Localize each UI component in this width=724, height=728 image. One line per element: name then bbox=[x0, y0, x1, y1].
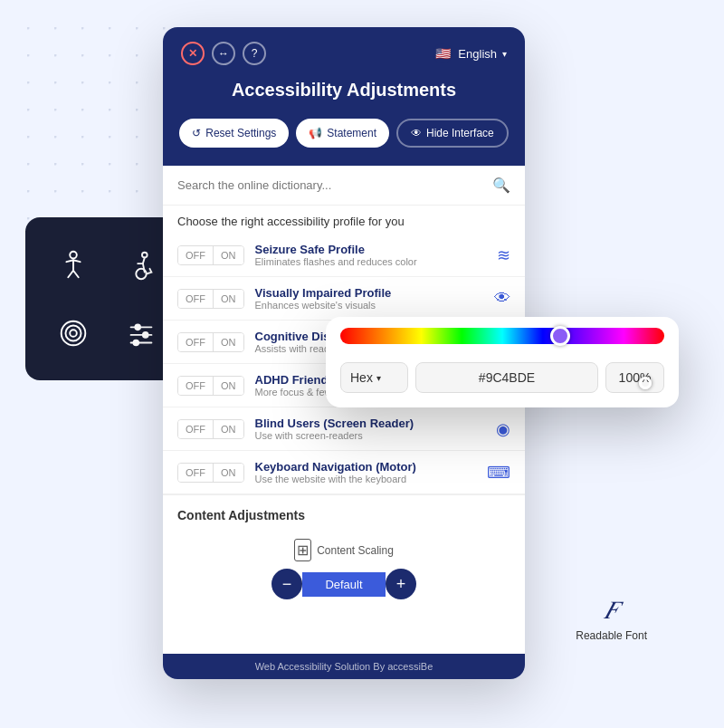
close-button[interactable]: ✕ bbox=[181, 42, 205, 65]
vi-profile-desc: Enhances website's visuals bbox=[255, 300, 484, 311]
profiles-section-title: Choose the right accessibility profile f… bbox=[163, 206, 525, 234]
adhd-toggle-off[interactable]: OFF bbox=[178, 377, 214, 395]
readable-font-icon: 𝐹 bbox=[604, 596, 619, 626]
seizure-profile-icon: ≋ bbox=[497, 245, 510, 265]
svg-point-13 bbox=[133, 340, 138, 345]
blind-profile-icon: ◉ bbox=[496, 419, 510, 439]
adhd-toggle-on[interactable]: ON bbox=[214, 377, 243, 395]
blind-profile-desc: Use with screen-readers bbox=[255, 430, 486, 441]
accessibility-icon[interactable] bbox=[43, 235, 102, 294]
kb-profile-name: Keyboard Navigation (Motor) bbox=[255, 460, 477, 474]
blind-profile-name: Blind Users (Screen Reader) bbox=[255, 417, 486, 430]
vi-profile-icon: 👁 bbox=[494, 289, 510, 308]
seizure-toggle-on[interactable]: ON bbox=[214, 246, 243, 264]
hue-slider-row bbox=[326, 317, 679, 355]
svg-point-2 bbox=[70, 251, 77, 258]
profile-row-visually-impaired: OFF ON Visually Impaired Profile Enhance… bbox=[163, 277, 525, 321]
panel-title: Accessibility Adjustments bbox=[163, 80, 525, 101]
panel-title-bar: Accessibility Adjustments bbox=[163, 80, 525, 119]
seizure-toggle-off[interactable]: OFF bbox=[178, 246, 214, 264]
seizure-profile-desc: Eliminates flashes and reduces color bbox=[255, 256, 487, 267]
readable-font-label: Readable Font bbox=[576, 629, 647, 642]
color-picker-handle[interactable] bbox=[639, 377, 652, 389]
seizure-toggle[interactable]: OFF ON bbox=[177, 245, 244, 265]
language-selector[interactable]: 🇺🇸 English ▾ bbox=[433, 43, 507, 63]
svg-point-11 bbox=[142, 332, 148, 338]
blind-toggle-off[interactable]: OFF bbox=[178, 420, 214, 438]
svg-point-9 bbox=[135, 324, 140, 330]
hue-handle[interactable] bbox=[550, 326, 570, 346]
reset-settings-button[interactable]: ↺ Reset Settings bbox=[179, 119, 289, 148]
sliders-icon[interactable] bbox=[111, 303, 170, 362]
language-arrow: ▾ bbox=[502, 49, 507, 59]
content-scaling-row: ⊞ Content Scaling − Default + bbox=[163, 530, 525, 608]
cog-toggle-on[interactable]: ON bbox=[214, 333, 243, 351]
profile-row-seizure: OFF ON Seizure Safe Profile Eliminates f… bbox=[163, 234, 525, 277]
seizure-profile-name: Seizure Safe Profile bbox=[255, 243, 487, 256]
color-mode-select[interactable]: Hex ▾ bbox=[340, 362, 408, 393]
kb-toggle-on[interactable]: ON bbox=[214, 464, 243, 482]
color-inputs-row: Hex ▾ 100% bbox=[326, 355, 679, 407]
hide-interface-button[interactable]: 👁 Hide Interface bbox=[396, 119, 509, 148]
profile-row-blind: OFF ON Blind Users (Screen Reader) Use w… bbox=[163, 407, 525, 451]
search-input[interactable] bbox=[177, 178, 485, 192]
blind-toggle[interactable]: OFF ON bbox=[177, 419, 244, 439]
kb-profile-desc: Use the website with the keyboard bbox=[255, 474, 477, 484]
scaling-icon: ⊞ bbox=[294, 539, 311, 561]
scaling-controls: − Default + bbox=[272, 569, 416, 599]
color-hex-input[interactable] bbox=[415, 362, 598, 393]
color-mode-label: Hex bbox=[350, 370, 373, 385]
visually-impaired-toggle[interactable]: OFF ON bbox=[177, 289, 244, 309]
footer-text: Web Accessibility Solution By accessiBe bbox=[255, 661, 433, 672]
statement-icon: 📢 bbox=[309, 127, 322, 139]
color-mode-arrow: ▾ bbox=[376, 373, 381, 383]
svg-point-4 bbox=[136, 268, 146, 278]
search-bar: 🔍 bbox=[163, 166, 525, 206]
vi-toggle-off[interactable]: OFF bbox=[178, 290, 214, 308]
header-icon-group: ✕ ↔ ? bbox=[181, 42, 266, 65]
scale-decrease-button[interactable]: − bbox=[272, 569, 302, 599]
help-button[interactable]: ? bbox=[243, 42, 266, 65]
svg-point-7 bbox=[70, 330, 77, 337]
hue-slider[interactable] bbox=[340, 328, 664, 344]
scaling-label: ⊞ Content Scaling bbox=[294, 539, 394, 561]
reset-icon: ↺ bbox=[192, 127, 201, 139]
vi-toggle-on[interactable]: ON bbox=[214, 290, 243, 308]
action-buttons-row: ↺ Reset Settings 📢 Statement 👁 Hide Inte… bbox=[163, 119, 525, 166]
readable-font-area: 𝐹 Readable Font bbox=[576, 596, 647, 642]
keyboard-toggle[interactable]: OFF ON bbox=[177, 463, 244, 483]
swap-button[interactable]: ↔ bbox=[212, 42, 235, 65]
color-opacity-display: 100% bbox=[605, 362, 664, 393]
panel-header: ✕ ↔ ? 🇺🇸 English ▾ bbox=[163, 27, 525, 80]
wheelchair-icon[interactable] bbox=[111, 235, 170, 294]
search-icon: 🔍 bbox=[492, 177, 510, 194]
kb-toggle-off[interactable]: OFF bbox=[178, 464, 214, 482]
kb-profile-icon: ⌨ bbox=[487, 463, 510, 483]
language-label: English bbox=[458, 47, 497, 61]
hide-icon: 👁 bbox=[411, 127, 422, 139]
cog-toggle-off[interactable]: OFF bbox=[178, 333, 214, 351]
vi-profile-name: Visually Impaired Profile bbox=[255, 286, 484, 300]
blind-toggle-on[interactable]: ON bbox=[214, 420, 243, 438]
profile-row-keyboard: OFF ON Keyboard Navigation (Motor) Use t… bbox=[163, 451, 525, 494]
target-icon[interactable] bbox=[43, 303, 102, 362]
svg-point-6 bbox=[65, 325, 81, 340]
color-picker-popup: Hex ▾ 100% bbox=[326, 317, 679, 407]
adhd-toggle[interactable]: OFF ON bbox=[177, 376, 244, 396]
statement-button[interactable]: 📢 Statement bbox=[296, 119, 389, 148]
panel-body: 🔍 Choose the right accessibility profile… bbox=[163, 166, 525, 654]
content-adjustments-title: Content Adjustments bbox=[163, 494, 525, 530]
cognitive-toggle[interactable]: OFF ON bbox=[177, 332, 244, 352]
scale-increase-button[interactable]: + bbox=[386, 569, 416, 599]
panel-footer: Web Accessibility Solution By accessiBe bbox=[163, 654, 525, 679]
scale-value: Default bbox=[302, 572, 386, 597]
